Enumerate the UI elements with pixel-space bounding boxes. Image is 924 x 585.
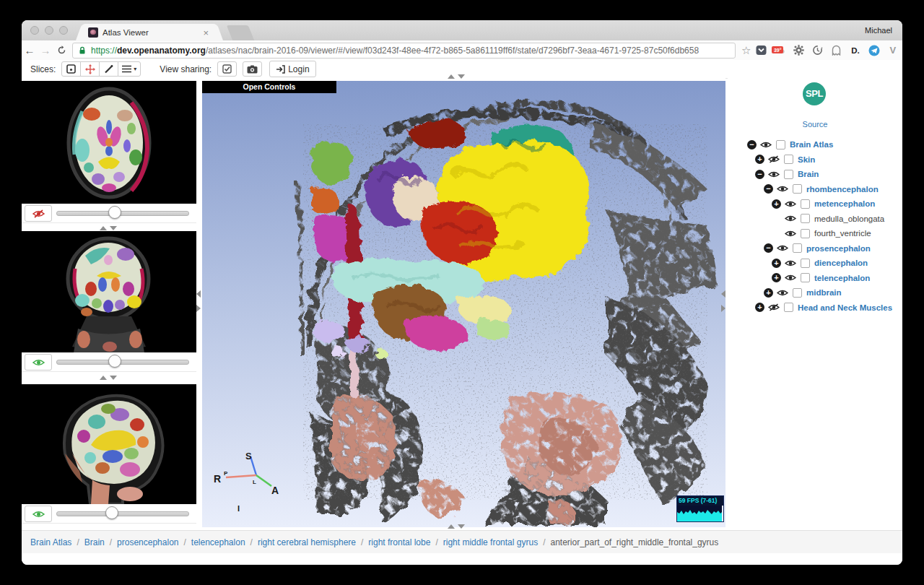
breadcrumb-link[interactable]: right middle frontal gyrus <box>443 537 538 547</box>
source-link[interactable]: Source <box>728 120 902 129</box>
axial-visibility-toggle[interactable] <box>25 205 52 222</box>
expand-toggle[interactable]: + <box>772 199 781 209</box>
collapse-axial-up-arrow[interactable] <box>100 226 107 230</box>
collapse-top-down-arrow[interactable] <box>458 74 465 79</box>
open-controls-button[interactable]: Open Controls <box>202 81 336 93</box>
reload-button[interactable] <box>53 46 69 55</box>
expand-toggle[interactable]: − <box>764 243 773 253</box>
tree-node-label[interactable]: metencephalon <box>814 199 875 208</box>
visibility-eye-toggle[interactable] <box>785 259 796 267</box>
tab-atlas-viewer[interactable]: Atlas Viewer × <box>85 24 214 41</box>
visibility-checkbox[interactable] <box>793 288 802 298</box>
tree-node-label[interactable]: medulla_oblongata <box>814 214 884 223</box>
expand-toggle[interactable]: − <box>747 140 757 150</box>
crosshair-button[interactable] <box>80 61 100 77</box>
visibility-eye-toggle[interactable] <box>777 244 788 252</box>
coronal-visibility-toggle[interactable] <box>25 354 52 370</box>
tree-node-label[interactable]: Head and Neck Muscles <box>798 303 892 312</box>
collapse-axial-down-arrow[interactable] <box>110 226 117 230</box>
spl-logo[interactable]: SPL <box>803 82 826 105</box>
visibility-eye-toggle[interactable] <box>768 170 780 178</box>
login-button[interactable]: Login <box>269 61 315 77</box>
visibility-checkbox[interactable] <box>801 199 810 209</box>
coronal-slice-view[interactable] <box>22 231 196 352</box>
visibility-checkbox[interactable] <box>801 229 810 238</box>
profile-name[interactable]: Michael <box>865 26 892 35</box>
collapse-coronal-up-arrow[interactable] <box>100 376 107 380</box>
tree-node-label[interactable]: fourth_ventricle <box>814 229 871 238</box>
fps-meter[interactable]: 59 FPS (7-61) <box>676 495 724 522</box>
expand-right-panel-arrow[interactable] <box>721 305 725 312</box>
tree-node-label[interactable]: Brain Atlas <box>790 140 833 149</box>
expand-left-panel-arrow[interactable] <box>196 305 201 312</box>
visibility-checkbox[interactable] <box>793 243 802 253</box>
visibility-eye-toggle[interactable] <box>760 141 772 149</box>
telegram-icon[interactable] <box>868 44 880 56</box>
visibility-eye-toggle[interactable] <box>785 200 796 208</box>
coronal-slider-thumb[interactable] <box>108 355 121 368</box>
collapse-right-panel-arrow[interactable] <box>721 290 725 298</box>
visibility-eye-toggle[interactable] <box>777 185 788 193</box>
share-view-checkbox-button[interactable] <box>217 61 237 77</box>
tree-node-label[interactable]: Brain <box>798 170 819 178</box>
expand-toggle[interactable]: + <box>772 273 781 282</box>
visibility-checkbox[interactable] <box>784 303 793 312</box>
weather-extension-icon[interactable]: 39° <box>774 44 786 56</box>
viewport-3d[interactable]: S R P L A I Open Controls 59 FPS (7-61) <box>202 78 725 530</box>
visibility-eye-toggle[interactable] <box>785 274 796 282</box>
expand-toggle[interactable]: + <box>772 259 781 268</box>
new-tab-button[interactable] <box>227 25 254 40</box>
session-history-icon[interactable] <box>811 44 824 56</box>
collapse-coronal-down-arrow[interactable] <box>110 376 117 380</box>
overflow-menu-icon[interactable]: ⋮ <box>900 45 902 56</box>
axial-slice-view[interactable] <box>22 81 196 204</box>
vimium-icon[interactable]: V <box>886 44 899 56</box>
sagittal-visibility-toggle[interactable] <box>25 506 52 522</box>
breadcrumb-link[interactable]: Brain Atlas <box>30 537 71 547</box>
breadcrumb-link[interactable]: Brain <box>84 537 105 547</box>
gear-icon[interactable] <box>793 44 805 56</box>
visibility-eye-toggle[interactable] <box>785 214 796 222</box>
collapse-left-panel-arrow[interactable] <box>196 290 201 298</box>
tree-node-label[interactable]: Skin <box>798 155 815 164</box>
expand-toggle[interactable]: + <box>755 303 764 312</box>
visibility-checkbox[interactable] <box>801 273 810 282</box>
visibility-eye-toggle[interactable] <box>768 303 780 311</box>
collapse-bottom-down-arrow[interactable] <box>458 524 465 529</box>
close-window-button[interactable] <box>30 26 39 35</box>
tree-node-label[interactable]: midbrain <box>806 288 842 297</box>
visibility-checkbox[interactable] <box>784 170 793 179</box>
sagittal-slice-slider[interactable] <box>56 511 189 516</box>
collapse-top-up-arrow[interactable] <box>448 74 455 79</box>
slice-menu-button[interactable]: ▾ <box>118 61 141 77</box>
measure-button[interactable] <box>99 61 118 77</box>
expand-toggle[interactable]: − <box>764 184 773 194</box>
tree-node-label[interactable]: diencephalon <box>814 259 868 267</box>
sagittal-slider-thumb[interactable] <box>105 506 118 519</box>
disconnect-icon[interactable]: D. <box>849 44 861 56</box>
screenshot-button[interactable] <box>243 61 262 77</box>
expand-toggle[interactable]: + <box>764 288 773 298</box>
collapse-bottom-up-arrow[interactable] <box>448 524 455 529</box>
pocket-icon[interactable] <box>755 44 767 56</box>
coronal-slice-slider[interactable] <box>56 360 189 365</box>
tree-node-label[interactable]: telencephalon <box>814 274 870 282</box>
breadcrumb-link[interactable]: right frontal lobe <box>368 537 430 547</box>
visibility-checkbox[interactable] <box>793 184 802 194</box>
zoom-window-button[interactable] <box>59 26 68 35</box>
visibility-eye-toggle[interactable] <box>768 155 780 163</box>
axial-slider-thumb[interactable] <box>108 206 121 219</box>
breadcrumb-link[interactable]: prosencephalon <box>117 537 178 547</box>
visibility-eye-toggle[interactable] <box>785 230 796 238</box>
sagittal-slice-view[interactable] <box>22 384 196 504</box>
visibility-checkbox[interactable] <box>776 140 785 150</box>
breadcrumb-link[interactable]: telencephalon <box>191 537 245 547</box>
forward-button[interactable]: → <box>38 44 53 56</box>
tree-node-label[interactable]: rhombencephalon <box>806 185 879 194</box>
expand-toggle[interactable]: + <box>755 155 764 164</box>
slice-panels-button[interactable] <box>61 61 81 77</box>
visibility-checkbox[interactable] <box>801 259 810 268</box>
expand-toggle[interactable]: − <box>755 170 764 179</box>
tab-close-icon[interactable]: × <box>199 27 212 38</box>
back-button[interactable]: ← <box>22 44 38 56</box>
